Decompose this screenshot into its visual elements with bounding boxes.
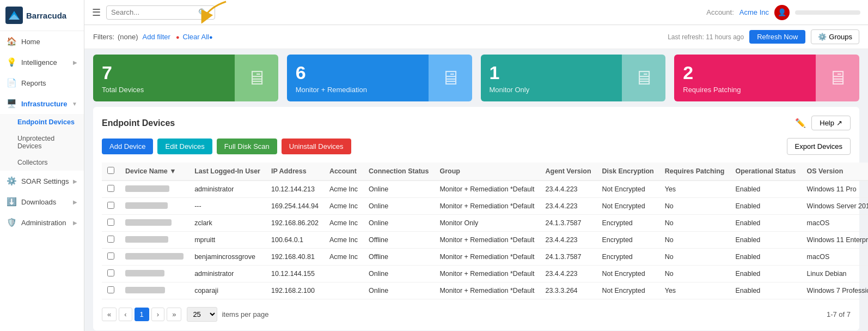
uninstall-devices-button[interactable]: Uninstall Devices [282, 139, 351, 154]
row-os-4: macOS [802, 249, 868, 266]
sidebar-administration-label: Administration [21, 219, 66, 227]
sidebar: Barracuda 🏠 Home 💡 Intelligence ▶ 📄 Repo… [0, 0, 84, 331]
sidebar-item-downloads[interactable]: ⬇️ Downloads ▶ [0, 191, 84, 212]
prev-page-button[interactable]: ‹ [119, 308, 132, 321]
row-select-checkbox-2[interactable] [107, 219, 114, 226]
row-disk-enc-2: Encrypted [597, 215, 659, 232]
total-devices-card: 7 Total Devices 🖥 [93, 55, 278, 101]
row-select-checkbox-6[interactable] [107, 286, 114, 293]
col-last-user: Last Logged-In User [189, 163, 266, 180]
topbar: ☰ 🔍 Account: Acme Inc 👤 [84, 0, 868, 25]
monitor-only-left: 1 Monitor Only [481, 55, 622, 101]
row-select-checkbox-3[interactable] [107, 236, 114, 243]
username-display [795, 10, 860, 15]
sidebar-item-collectors[interactable]: Collectors [0, 154, 84, 171]
row-select-checkbox-5[interactable] [107, 269, 114, 276]
infrastructure-icon: 🖥️ [7, 99, 17, 109]
row-agent-2: 24.1.3.7587 [540, 215, 596, 232]
monitor-icon-4: 🖥 [828, 67, 847, 89]
hamburger-menu-icon[interactable]: ☰ [92, 7, 101, 19]
row-disk-enc-4: Encrypted [597, 249, 659, 266]
monitor-remediation-left: 6 Monitor + Remediation [287, 55, 429, 101]
help-button[interactable]: Help ↗ [811, 116, 851, 130]
next-page-button[interactable]: › [151, 308, 164, 321]
search-input[interactable] [111, 8, 198, 16]
account-label: Account: [706, 8, 734, 16]
add-device-button[interactable]: Add Device [102, 139, 153, 154]
add-filter-button[interactable]: Add filter [143, 33, 170, 41]
groups-button[interactable]: ⚙️ Groups [811, 29, 859, 44]
search-box[interactable]: 🔍 [106, 5, 215, 20]
row-os-6: Windows 7 Professional [802, 282, 868, 299]
sidebar-item-soar-settings[interactable]: ⚙️ SOAR Settings ▶ [0, 171, 84, 191]
refresh-now-button[interactable]: Refresh Now [749, 30, 805, 44]
row-account-4: Acme Inc [324, 249, 363, 266]
sidebar-item-home[interactable]: 🏠 Home [0, 31, 84, 52]
search-icon: 🔍 [198, 8, 207, 17]
table-row: mpruitt 100.64.0.1 Acme Inc Offline Moni… [102, 232, 868, 249]
row-checkbox-0 [102, 180, 120, 198]
clear-all-button[interactable]: Clear All [183, 33, 209, 41]
table-row: benjamincrossgrove 192.168.40.81 Acme In… [102, 249, 868, 266]
row-select-checkbox-4[interactable] [107, 252, 114, 260]
sidebar-soar-label: SOAR Settings [21, 177, 69, 185]
col-os: OS Version [802, 163, 868, 180]
row-status-2: Online [363, 215, 434, 232]
requires-patching-icon-area: 🖥 [816, 55, 859, 101]
col-disk-enc: Disk Encryption [597, 163, 659, 180]
table-row: administrator 10.12.144.155 Online Monit… [102, 266, 868, 282]
row-disk-enc-5: Not Encrypted [597, 266, 659, 282]
row-ip-3: 100.64.0.1 [266, 232, 324, 249]
page-1-button[interactable]: 1 [135, 308, 149, 321]
sidebar-item-administration[interactable]: 🛡️ Administration ▶ [0, 212, 84, 233]
edit-pencil-icon[interactable]: ✏️ [795, 118, 806, 128]
total-devices-icon-area: 🖥 [235, 55, 278, 101]
monitor-only-card: 1 Monitor Only 🖥 [481, 55, 666, 101]
downloads-icon: ⬇️ [7, 197, 17, 207]
gear-icon: ⚙️ [818, 33, 827, 41]
monitor-remediation-number: 6 [296, 62, 420, 83]
col-group: Group [434, 163, 540, 180]
first-page-button[interactable]: « [102, 308, 117, 321]
add-filter-dot: ● [176, 34, 180, 40]
stat-cards-row: 7 Total Devices 🖥 6 Monitor + Remediatio… [84, 49, 868, 107]
chevron-right-icon: ▶ [73, 178, 77, 184]
select-all-checkbox[interactable] [107, 167, 114, 174]
endpoint-devices-section: Endpoint Devices ✏️ Help ↗ Add Device Ed… [93, 107, 859, 330]
last-page-button[interactable]: » [167, 308, 181, 321]
edit-devices-button[interactable]: Edit Devices [157, 139, 212, 154]
sidebar-item-reports[interactable]: 📄 Reports [0, 73, 84, 93]
row-group-0: Monitor + Remediation *Default [434, 180, 540, 198]
sidebar-item-endpoint-devices[interactable]: Endpoint Devices [0, 114, 84, 130]
row-select-checkbox-1[interactable] [107, 202, 114, 209]
row-os-0: Windows 11 Pro [802, 180, 868, 198]
total-devices-number: 7 [102, 62, 226, 83]
logo-text: Barracuda [26, 11, 66, 20]
row-user-2: zclark [189, 215, 266, 232]
row-select-checkbox-0[interactable] [107, 185, 114, 192]
content-area: Filters: (none) Add filter● Clear All● L… [84, 25, 868, 331]
devices-table: Device Name ▼ Last Logged-In User IP Add… [102, 163, 868, 299]
monitor-remediation-label: Monitor + Remediation [296, 86, 420, 94]
sidebar-item-intelligence[interactable]: 💡 Intelligence ▶ [0, 52, 84, 73]
topbar-right: Account: Acme Inc 👤 [706, 5, 860, 20]
row-device-5 [120, 266, 189, 282]
row-user-1: --- [189, 198, 266, 215]
row-op-status-1: Enabled [730, 198, 801, 215]
row-user-3: mpruitt [189, 232, 266, 249]
row-agent-1: 23.4.4.223 [540, 198, 596, 215]
account-value: Acme Inc [739, 8, 769, 16]
full-disk-scan-button[interactable]: Full Disk Scan [217, 139, 277, 154]
col-op-status: Operational Status [730, 163, 801, 180]
sidebar-item-infrastructure[interactable]: 🖥️ Infrastructure ▼ [0, 93, 84, 114]
row-account-5 [324, 266, 363, 282]
monitor-icon-2: 🖥 [441, 67, 460, 89]
sidebar-item-unprotected-devices[interactable]: Unprotected Devices [0, 130, 84, 154]
row-agent-0: 23.4.4.223 [540, 180, 596, 198]
table-row: zclark 192.168.86.202 Acme Inc Online Mo… [102, 215, 868, 232]
col-account: Account [324, 163, 363, 180]
per-page-select[interactable]: 25 50 100 [187, 307, 217, 322]
export-devices-button[interactable]: Export Devices [787, 138, 851, 155]
row-req-patch-3: No [659, 232, 730, 249]
row-ip-5: 10.12.144.155 [266, 266, 324, 282]
